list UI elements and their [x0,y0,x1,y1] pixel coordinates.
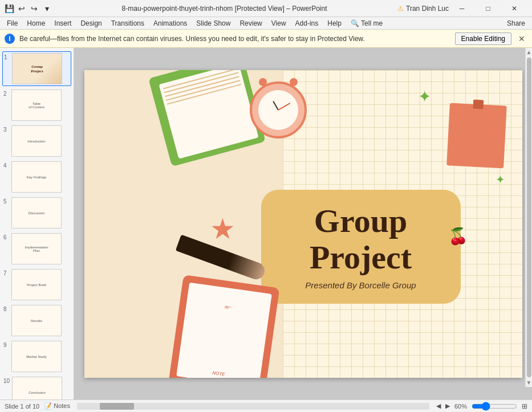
slide-num-1: 1 [4,53,10,60]
slide-thumb-10[interactable]: 10 Conclusion [2,376,71,399]
slide-num-6: 6 [3,233,9,240]
slide-num-9: 9 [3,341,9,348]
notebook-inner [159,70,258,159]
main-text-box: GroupProject Presented By Borcelle Group [261,190,461,304]
zoom-slider[interactable] [472,403,517,410]
cherry-decoration: 🍒 [448,227,468,246]
slide-info: Slide 1 of 10 [5,403,39,410]
menu-animations[interactable]: Animations [149,18,192,28]
clock-minute-hand [278,103,290,111]
slide-preview-inner-3: Introduction [12,126,61,156]
slide-preview-2: Tableof Content [11,89,62,121]
slide-title: GroupProject [310,203,412,276]
slide-preview-inner-9: Market Study [12,341,61,372]
slide-num-2: 2 [3,89,9,97]
slide-subtitle: Presented By Borcelle Group [305,280,416,290]
save-icon[interactable]: 💾 [5,4,14,13]
slide-num-10: 10 [3,377,10,384]
fit-slide-button[interactable]: ⊞ [522,402,527,410]
clock-bell-right [290,78,298,86]
notebook-title: m~ [185,293,270,320]
slide-thumb-5[interactable]: 5 Discussion [2,196,71,230]
slide-preview-5: Discussion [11,197,62,229]
titlebar: 💾 ↩ ↪ ▾ 8-mau-powerpoint-thuyet-trinh-nh… [0,0,532,17]
slide-preview-inner-6: ImplementationPlan [12,234,61,264]
menu-share[interactable]: Share [502,18,530,28]
slide-preview-inner-8: Results [12,305,61,336]
titlebar-user: ⚠ Tran Dinh Luc [397,5,449,13]
protected-icon: i [5,34,15,44]
menu-design[interactable]: Design [76,18,106,28]
slide-num-5: 5 [3,197,9,205]
scroll-up-arrow[interactable]: ▲ [526,49,532,55]
clock-bell-left [259,78,267,86]
slide-preview-8: Results [11,305,62,336]
notebook-label: NOTE [212,370,225,377]
main-area: 1 GroupProject 2 Tableof Content 3 Intro… [0,48,532,399]
scroll-thumb-vertical[interactable] [527,58,531,377]
warning-icon: ⚠ [397,5,404,13]
maximize-button[interactable]: □ [475,0,501,17]
slide-preview-inner-1: GroupProject [13,54,62,84]
slide-canvas-area: ✦ ✦ ★ ★ GroupProject Presented By Borcel… [74,48,532,399]
slide-preview-inner-4: Key Findings [12,162,61,192]
menu-slideshow[interactable]: Slide Show [192,18,235,28]
vertical-scrollbar[interactable]: ▲ ▼ [525,48,532,387]
slide-thumb-7[interactable]: 7 Project Build [2,268,71,301]
star-decoration-2: ✦ [496,173,505,186]
menu-transitions[interactable]: Transitions [107,18,149,28]
sticky-clip [473,99,484,109]
titlebar-title: 8-mau-powerpoint-thuyet-trinh-nhom [Prot… [51,5,397,13]
scroll-down-arrow[interactable]: ▼ [526,380,532,386]
scroll-left-arrow[interactable]: ◀ [436,402,441,410]
redo-icon[interactable]: ↪ [30,4,39,13]
menu-view[interactable]: View [267,18,291,28]
menu-insert[interactable]: Insert [50,18,76,28]
clock-hour-hand [273,100,279,110]
slide-num-7: 7 [3,269,9,276]
slides-panel: 1 GroupProject 2 Tableof Content 3 Intro… [0,48,74,399]
protected-text: Be careful—files from the Internet can c… [19,35,450,43]
enable-editing-button[interactable]: Enable Editing [455,32,511,45]
titlebar-left: 💾 ↩ ↪ ▾ [5,4,51,13]
slide-preview-10: Conclusion [12,377,62,399]
menu-home[interactable]: Home [22,18,50,28]
slide-num-4: 4 [3,161,9,169]
slide-canvas: ✦ ✦ ★ ★ GroupProject Presented By Borcel… [84,70,522,378]
horizontal-scrollbar[interactable] [77,403,429,410]
slide-preview-inner-7: Project Build [12,270,61,300]
star-decoration-3: ★ [210,213,235,246]
customize-icon[interactable]: ▾ [42,4,51,13]
slide-thumb-4[interactable]: 4 Key Findings [2,160,71,194]
slide-preview-1: GroupProject [12,53,62,84]
slide-preview-7: Project Build [11,269,62,300]
undo-icon[interactable]: ↩ [17,4,26,13]
notes-button[interactable]: 📝 Notes [44,402,70,410]
close-button[interactable]: ✕ [501,0,527,17]
notebook-lines [159,70,246,113]
menubar: File Home Insert Design Transitions Anim… [0,17,532,30]
slide-thumb-9[interactable]: 9 Market Study [2,340,71,373]
green-notebook [148,70,266,166]
slide-preview-4: Key Findings [11,161,62,193]
slide-preview-inner-5: Discussion [12,198,61,228]
slide-thumb-6[interactable]: 6 ImplementationPlan [2,232,71,266]
slide-num-3: 3 [3,125,9,133]
slide-num-8: 8 [3,305,9,312]
slide-preview-3: Introduction [11,125,62,157]
menu-addins[interactable]: Add-ins [291,18,323,28]
menu-file[interactable]: File [2,18,22,28]
clock-face [258,90,298,130]
menu-review[interactable]: Review [235,18,266,28]
slide-thumb-1[interactable]: 1 GroupProject [2,51,71,86]
slide-thumb-2[interactable]: 2 Tableof Content [2,88,71,122]
menu-tellme[interactable]: 🔍 Tell me [346,18,387,28]
protected-close-icon[interactable]: ✕ [516,33,527,44]
slide-thumb-8[interactable]: 8 Results [2,304,71,337]
menu-help[interactable]: Help [323,18,346,28]
bottom-bar: Slide 1 of 10 📝 Notes ◀ ▶ 60% ⊞ [0,399,532,412]
minimize-button[interactable]: ─ [449,0,475,17]
zoom-level: 60% [454,403,467,410]
slide-thumb-3[interactable]: 3 Introduction [2,124,71,158]
scroll-right-arrow[interactable]: ▶ [445,402,450,410]
